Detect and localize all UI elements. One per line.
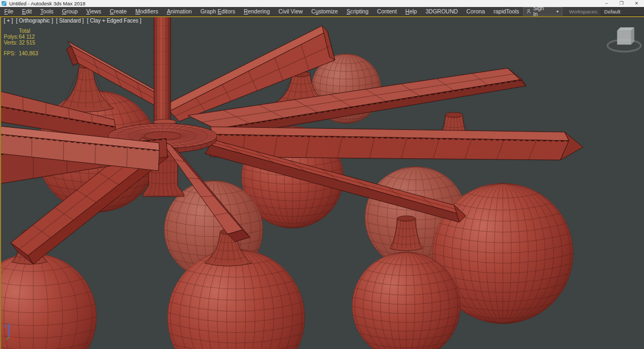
- menu-item-rapidtools[interactable]: rapidTools: [489, 8, 524, 14]
- menu-item-create[interactable]: Create: [106, 8, 131, 14]
- menu-item-content[interactable]: Content: [373, 8, 401, 14]
- viewport-menu-plus[interactable]: [ + ]: [4, 18, 13, 24]
- viewport-label: [ + ] [ Orthographic ] [ Standard ] [ Cl…: [4, 18, 143, 24]
- sign-in-button[interactable]: Sign In ▼: [523, 7, 562, 16]
- statistics-readout: Total Polys:64 112 Verts:32 515 FPS:140,…: [4, 28, 38, 56]
- title-bar: Untitled - Autodesk 3ds Max 2018 – ❐ ✕: [0, 0, 644, 7]
- stats-polys-value: 64 112: [19, 34, 35, 40]
- maximize-button[interactable]: ❐: [614, 0, 629, 7]
- menu-item-file[interactable]: File: [0, 8, 18, 14]
- stats-polys-label: Polys:: [4, 34, 19, 40]
- menu-item-civil-view[interactable]: Civil View: [274, 8, 307, 14]
- menu-item-group[interactable]: Group: [58, 8, 82, 14]
- viewport-menu-camera[interactable]: [ Orthographic ]: [16, 18, 53, 24]
- active-viewport-border-left: [0, 16, 1, 349]
- close-button[interactable]: ✕: [629, 0, 644, 7]
- minimize-button[interactable]: –: [599, 0, 614, 7]
- menu-item-graph-editors[interactable]: Graph Editors: [196, 8, 239, 14]
- menu-item-animation[interactable]: Animation: [163, 8, 196, 14]
- stats-fps-label: FPS:: [4, 50, 19, 56]
- menu-item-edit[interactable]: Edit: [18, 8, 36, 14]
- viewport-menu-shading[interactable]: [ Clay + Edged Faces ]: [87, 18, 141, 24]
- viewport-canvas[interactable]: z: [0, 16, 644, 349]
- viewcube[interactable]: [604, 24, 644, 55]
- menu-item-corona[interactable]: Corona: [462, 8, 489, 14]
- app-icon: [2, 1, 6, 6]
- workspaces-dropdown[interactable]: Default ▼: [601, 8, 644, 16]
- stats-verts-label: Verts:: [4, 40, 19, 46]
- user-icon: [526, 9, 531, 14]
- menu-item-scripting[interactable]: Scripting: [342, 8, 373, 14]
- svg-text:z: z: [4, 323, 7, 329]
- sign-in-caret-icon[interactable]: ▼: [555, 10, 559, 13]
- stats-fps-value: 140,863: [19, 50, 38, 56]
- menu-item-views[interactable]: Views: [82, 8, 106, 14]
- window-title: Untitled - Autodesk 3ds Max 2018: [9, 1, 85, 6]
- workspaces-label: Workspaces:: [569, 9, 598, 14]
- menu-bar: FileEditToolsGroupViewsCreateModifiersAn…: [0, 7, 644, 16]
- viewport: z [ + ] [ Orthographic ] [ Standard ] [ …: [0, 16, 644, 349]
- menu-item-tools[interactable]: Tools: [36, 8, 58, 14]
- menu-item-3dground[interactable]: 3DGROUND: [421, 8, 462, 14]
- stats-verts-value: 32 515: [19, 40, 35, 46]
- menu-item-modifiers[interactable]: Modifiers: [131, 8, 163, 14]
- workspaces-value: Default: [604, 9, 620, 14]
- menu-item-customize[interactable]: Customize: [307, 8, 342, 14]
- sign-in-label: Sign In: [533, 5, 548, 17]
- menu-item-rendering[interactable]: Rendering: [239, 8, 274, 14]
- stats-total-header: Total: [19, 28, 30, 34]
- menu-item-help[interactable]: Help: [401, 8, 421, 14]
- viewport-menu-layout[interactable]: [ Standard ]: [56, 18, 84, 24]
